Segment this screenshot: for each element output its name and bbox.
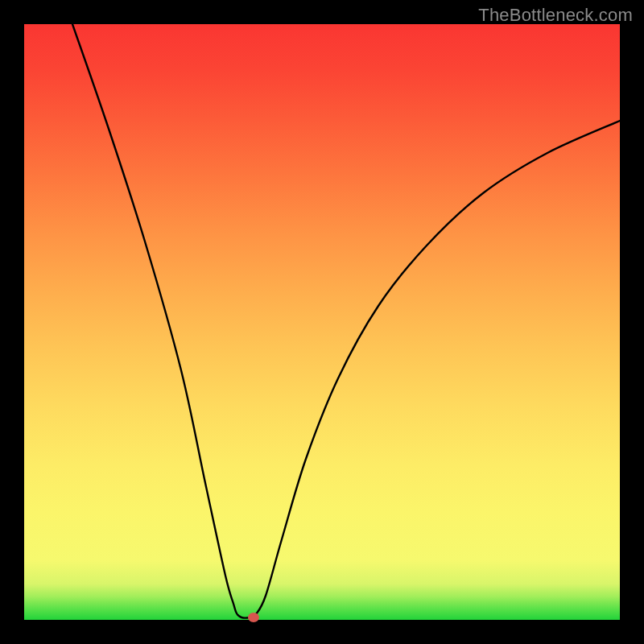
chart-frame: TheBottleneck.com [0,0,644,644]
plot-area [24,24,620,620]
bottleneck-curve [24,24,620,620]
curve-path [72,24,620,618]
watermark-text: TheBottleneck.com [478,5,633,26]
minimum-marker [248,613,259,622]
